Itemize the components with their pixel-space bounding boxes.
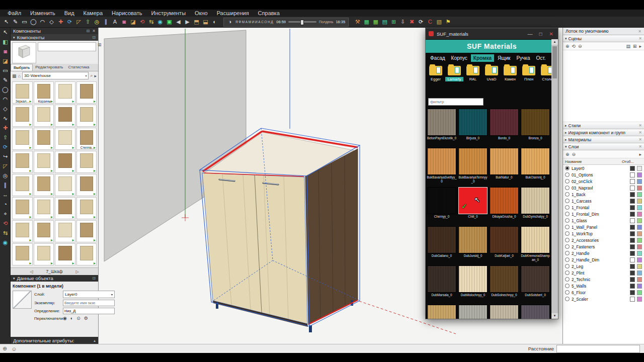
pin-icon[interactable]: ⊟ xyxy=(87,29,90,33)
layer-row[interactable]: 2_Fasteners xyxy=(563,243,644,250)
scenes-menu-icon[interactable]: ▸ xyxy=(639,44,641,49)
menu-item-4[interactable]: Нарисовать xyxy=(107,10,146,17)
shadow-toggle-icon[interactable]: ◐ xyxy=(70,316,73,321)
material-swatch[interactable]: DikayaGrusha_0 xyxy=(489,187,519,225)
layer-active-radio[interactable] xyxy=(565,205,570,210)
update-scene-icon[interactable]: ⟲ xyxy=(572,44,576,49)
tape-measure-icon[interactable]: ∥ xyxy=(0,180,11,190)
material-swatch[interactable] xyxy=(489,305,519,319)
arc-icon[interactable]: ◠ xyxy=(0,95,11,104)
section-layers[interactable]: ▾ Слои ✕ xyxy=(563,143,644,150)
component-thumbnail[interactable]: ▸ xyxy=(76,220,97,242)
instance-input[interactable] xyxy=(63,300,115,306)
layer-active-radio[interactable] xyxy=(565,238,570,242)
insert-component-icon[interactable]: ▸ xyxy=(72,145,74,150)
scenes-list-empty[interactable] xyxy=(563,50,644,122)
component-thumbnail[interactable]: ▸ xyxy=(76,243,97,265)
layer-color-chip[interactable] xyxy=(637,251,642,256)
layer-visibility-checkbox[interactable] xyxy=(630,297,635,302)
insert-component-icon[interactable]: ▸ xyxy=(51,99,53,104)
layer-visibility-checkbox[interactable] xyxy=(630,251,635,256)
component-thumbnail[interactable]: ▸ xyxy=(12,220,33,242)
c-tool-icon[interactable]: C xyxy=(426,18,434,26)
scroll-up-icon[interactable]: ▲ xyxy=(551,39,558,45)
layer-row[interactable]: 01_Options xyxy=(563,171,644,178)
insert-component-icon[interactable]: ▸ xyxy=(72,99,74,104)
layer-row[interactable]: 2_Accessories xyxy=(563,237,644,243)
material-swatch[interactable]: DubKaljiari_0 xyxy=(489,226,519,264)
layer-color-chip[interactable] xyxy=(637,244,642,249)
tab-statistics[interactable]: Статистика xyxy=(66,64,92,71)
layer-color-chip[interactable] xyxy=(637,225,642,230)
layer-color-chip[interactable] xyxy=(637,238,642,243)
materials-tab-5[interactable]: Ост. xyxy=(533,54,548,62)
section-close-icon[interactable]: ✕ xyxy=(638,137,642,142)
layer-color-chip[interactable] xyxy=(637,290,642,295)
dialog-titlebar[interactable]: SUF_materials — □ ✕ xyxy=(426,28,558,40)
hammer-icon[interactable]: ⚒ xyxy=(353,18,362,26)
insert-component-icon[interactable]: ▸ xyxy=(72,238,74,242)
component-thumbnail[interactable]: Зеркал...▸ xyxy=(12,81,33,104)
brand-folder-0[interactable]: Egger xyxy=(427,64,445,81)
layer-row[interactable]: 2_Leg xyxy=(563,263,644,269)
component-thumbnail[interactable]: ▸ xyxy=(34,128,54,150)
layer-active-radio[interactable] xyxy=(565,186,570,190)
collapse-arrow-icon[interactable]: ▾ xyxy=(13,36,15,40)
layer-visibility-checkbox[interactable] xyxy=(630,257,635,262)
component-thumbnail[interactable]: ▸ xyxy=(12,128,33,150)
orbit-icon[interactable]: ⟲ xyxy=(0,219,11,228)
layer-visibility-checkbox[interactable] xyxy=(630,172,635,177)
layer-row[interactable]: 6_Floor xyxy=(563,289,644,296)
layer-row[interactable]: 1_Back xyxy=(563,191,644,198)
layer-visibility-checkbox[interactable] xyxy=(630,218,635,223)
remove-scene-icon[interactable]: ⊖ xyxy=(578,44,582,49)
insert-component-icon[interactable]: ▸ xyxy=(94,261,96,265)
component-thumbnail[interactable]: ▸ xyxy=(12,197,33,219)
layer-visibility-checkbox[interactable] xyxy=(630,205,635,210)
rectangle-icon[interactable]: ▭ xyxy=(0,66,11,75)
add-scene-icon[interactable]: ⊕ xyxy=(566,44,570,49)
scenes-view-thumbs-icon[interactable]: ⊞ xyxy=(633,44,637,49)
expand-icon[interactable]: ▴ xyxy=(94,338,96,343)
insert-component-icon[interactable]: ▸ xyxy=(72,261,74,265)
zoom-extents-icon[interactable]: ▣ xyxy=(165,18,174,26)
layer-row[interactable]: 1_Frontal_Dim xyxy=(563,211,644,217)
section-outliner[interactable]: ▸ Иерархия компонент и групп ✕ xyxy=(563,129,644,136)
insert-component-icon[interactable]: ▸ xyxy=(29,238,31,242)
layer-row[interactable]: 2_Handle xyxy=(563,250,644,256)
materials-tab-3[interactable]: Ящик xyxy=(495,54,513,62)
layer-select[interactable]: Layer0 ▾ xyxy=(63,291,115,298)
layers-menu-icon[interactable]: ▸ xyxy=(639,152,641,157)
menu-item-6[interactable]: Окно xyxy=(190,10,212,17)
layer-active-radio[interactable] xyxy=(565,290,570,295)
menu-item-1[interactable]: Изменить xyxy=(26,10,60,17)
material-swatch[interactable]: Birjuza_0 xyxy=(458,109,488,147)
definition-input[interactable] xyxy=(63,308,115,314)
close-icon[interactable]: ✕ xyxy=(92,29,96,33)
component-thumbnail[interactable]: ▸ xyxy=(55,197,75,219)
layer-row[interactable]: Layer0 xyxy=(563,165,644,171)
material-swatch[interactable]: DubSolsberi_0 xyxy=(520,265,550,304)
measurements-input[interactable] xyxy=(556,345,640,353)
scale-icon[interactable]: ◸ xyxy=(0,161,11,171)
component-thumbnail[interactable]: ▸ xyxy=(12,243,33,265)
materials-tab-0[interactable]: Фасад xyxy=(428,54,448,62)
grid-view-icon[interactable]: ▦ xyxy=(12,73,17,78)
circle-icon[interactable]: ◯ xyxy=(0,85,11,95)
minimize-button[interactable]: — xyxy=(526,31,534,37)
menu-item-7[interactable]: Расширения xyxy=(212,10,254,17)
scrollbar-thumb[interactable] xyxy=(552,46,557,78)
pan-icon[interactable]: ⇆ xyxy=(147,18,155,26)
insert-component-icon[interactable]: ▸ xyxy=(94,99,96,104)
scale-icon[interactable]: ◸ xyxy=(74,18,83,26)
lock-toggle-icon[interactable]: ⊙ xyxy=(76,316,80,321)
tab-edit[interactable]: Редактировать xyxy=(33,64,65,71)
axes-icon[interactable]: ⌖ xyxy=(0,209,11,219)
insert-component-icon[interactable]: ▸ xyxy=(72,122,74,127)
layer-active-radio[interactable] xyxy=(565,264,570,268)
layer-row[interactable]: 2_Plint xyxy=(563,269,644,276)
layer-visibility-checkbox[interactable] xyxy=(630,199,635,204)
flag-icon[interactable]: ⚑ xyxy=(444,18,452,26)
insert-component-icon[interactable]: ▸ xyxy=(29,122,31,127)
layer-row[interactable]: 02_onClick xyxy=(563,178,644,185)
